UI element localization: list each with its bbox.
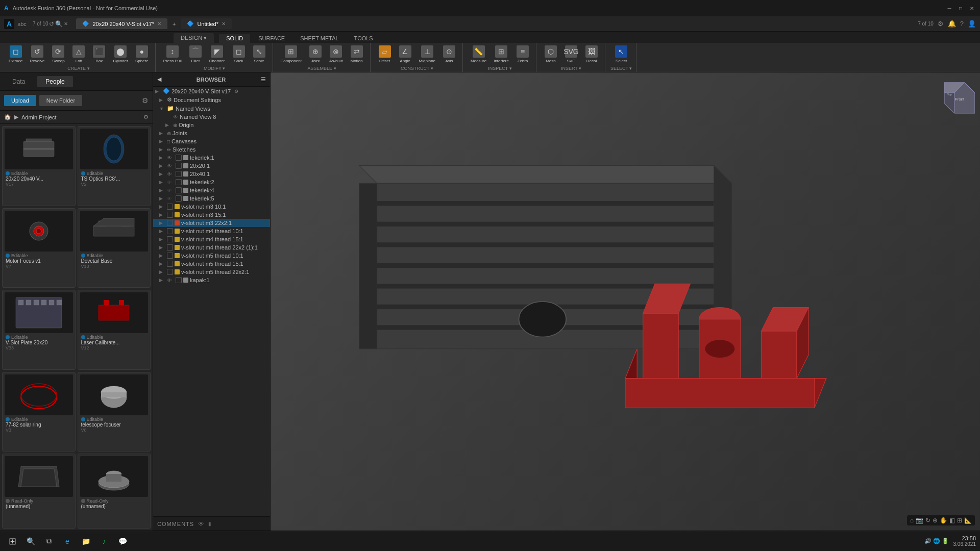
home-icon[interactable]: 🏠 — [4, 114, 11, 120]
box-btn[interactable]: ⬛Box — [90, 44, 108, 65]
visibility-icon[interactable]: 👁 — [167, 196, 174, 202]
component-checkbox[interactable] — [176, 163, 182, 169]
view-home-icon[interactable]: ⌂ — [910, 517, 914, 524]
component-checkbox[interactable] — [167, 269, 173, 275]
tree-vslot-m5-10[interactable]: ▶ v-slot nut m5 thread 10:1 — [153, 252, 270, 260]
decal-btn[interactable]: 🖼Decal — [582, 44, 601, 65]
visibility-icon[interactable]: 👁 — [167, 180, 174, 185]
as-built-joint-btn[interactable]: ⊗As-built — [327, 44, 346, 65]
tree-named-views[interactable]: ▼ 📁 Named Views — [153, 104, 270, 113]
tree-20x20-1[interactable]: ▶ 👁 20x20:1 — [153, 162, 270, 170]
component-checkbox[interactable] — [176, 195, 182, 202]
tree-vslot-m5-15[interactable]: ▶ v-slot nut m5 thread 15:1 — [153, 260, 270, 268]
view-grid-icon[interactable]: ⊞ — [957, 517, 962, 524]
expand-icon[interactable]: ▶ — [159, 163, 165, 168]
tree-joints[interactable]: ▶ ⊗ Joints — [153, 129, 270, 137]
visibility-icon[interactable]: 👁 — [167, 163, 174, 169]
tree-kapak-1[interactable]: ▶ 👁 kapak:1 — [153, 276, 270, 284]
revolve-btn[interactable]: ↺Revolve — [28, 44, 47, 65]
tree-named-view-8[interactable]: 👁 Named View 8 — [153, 113, 270, 121]
measure-btn[interactable]: 📏Measure — [468, 44, 489, 65]
tree-tekerlek-4[interactable]: ▶ 👁 tekerlek:4 — [153, 186, 270, 194]
expand-icon[interactable]: ▶ — [159, 212, 165, 217]
tree-20x40-1[interactable]: ▶ 👁 20x40:1 — [153, 170, 270, 178]
explorer-btn[interactable]: 📁 — [78, 533, 94, 549]
expand-icon[interactable]: ▶ — [159, 155, 165, 160]
tree-origin[interactable]: ▶ ⊕ Origin — [153, 121, 270, 129]
nav-cube[interactable]: Front Top — [934, 78, 975, 118]
tree-vslot-m3-22x2[interactable]: ▶ v-slot nut m3 22x2:1 — [153, 219, 270, 227]
expand-icon[interactable]: ▶ — [159, 269, 165, 274]
select-btn[interactable]: ↖Select — [612, 44, 630, 65]
visibility-icon[interactable]: 👁 — [167, 188, 174, 193]
loft-btn[interactable]: △Loft — [69, 44, 88, 65]
view-camera-icon[interactable]: 📷 — [916, 517, 923, 524]
offset-plane-btn[interactable]: ▱Offset — [376, 44, 394, 65]
tab-close-icon[interactable]: ✕ — [157, 21, 161, 27]
tree-document-settings[interactable]: ▶ ⚙ Document Settings — [153, 95, 270, 104]
panel-settings-icon[interactable]: ⚙ — [142, 96, 149, 105]
refresh-icon[interactable]: ↺ — [49, 20, 54, 28]
component-checkbox[interactable] — [176, 187, 182, 193]
component-checkbox[interactable] — [176, 179, 182, 185]
visibility-icon[interactable]: 👁 — [167, 171, 174, 177]
visibility-icon[interactable]: 👁 — [167, 155, 174, 161]
viewport[interactable]: Front Top ⌂ 📷 ↻ ⊕ ✋ ◧ ⊞ 📐 ⏮ ⏴ ▶ ⏵ ⏭ — [271, 72, 980, 531]
expand-icon[interactable]: ▶ — [165, 122, 172, 128]
component-checkbox[interactable] — [176, 155, 182, 161]
search-taskbar-btn[interactable]: 🔍 — [22, 533, 39, 549]
component-checkbox[interactable] — [167, 236, 173, 242]
component-checkbox[interactable] — [167, 261, 173, 267]
press-pull-btn[interactable]: ↕Press Pull — [161, 44, 184, 65]
maximize-button[interactable]: □ — [957, 4, 965, 12]
view-orbit-icon[interactable]: ↻ — [925, 517, 930, 524]
motion-link-btn[interactable]: ⇄Motion — [348, 44, 366, 65]
start-button[interactable]: ⊞ — [4, 533, 20, 549]
taskview-btn[interactable]: ⧉ — [41, 533, 57, 549]
expand-icon[interactable]: ▶ — [159, 278, 165, 283]
component-checkbox[interactable] — [167, 204, 173, 210]
view-display-icon[interactable]: ◧ — [949, 517, 955, 524]
view-pan-icon[interactable]: ✋ — [940, 517, 947, 524]
people-tab[interactable]: People — [37, 76, 72, 87]
view-measure-icon[interactable]: 📐 — [964, 517, 972, 524]
component-checkbox[interactable] — [176, 277, 182, 283]
settings-icon[interactable]: ⚙ — [938, 20, 944, 28]
untitled-tab-close[interactable]: ✕ — [222, 21, 226, 27]
ribbon-tab-surface[interactable]: SURFACE — [251, 34, 292, 43]
search-icon[interactable]: 🔍 — [55, 20, 63, 28]
expand-icon[interactable]: ▶ — [159, 196, 165, 201]
ribbon-tab-solid[interactable]: SOLID — [219, 34, 250, 43]
close-button[interactable]: ✕ — [968, 4, 976, 12]
component-checkbox[interactable] — [167, 212, 173, 218]
tree-document-root[interactable]: ▶ 🔷 20x20 20x40 V-Slot v17 ⚙ — [153, 87, 270, 95]
component-checkbox[interactable] — [167, 220, 173, 226]
expand-icon[interactable]: ▼ — [159, 106, 165, 111]
comments-collapse-icon[interactable]: ▮ — [208, 521, 211, 527]
tree-vslot-m4-15[interactable]: ▶ v-slot nut m4 thread 15:1 — [153, 235, 270, 243]
component-checkbox[interactable] — [176, 171, 182, 177]
tree-vslot-m4-10[interactable]: ▶ v-slot nut m4 thread 10:1 — [153, 227, 270, 235]
new-component-btn[interactable]: ⊞Component — [278, 44, 304, 65]
insert-svg-btn[interactable]: SVGSVG — [562, 44, 580, 65]
zebra-btn[interactable]: ≡Zebra — [513, 44, 532, 65]
doc-options[interactable]: ⚙ — [234, 89, 238, 94]
visibility-icon[interactable]: 👁 — [167, 278, 174, 283]
shell-btn[interactable]: ◻Shell — [230, 44, 248, 65]
file-card[interactable]: Read-Only (unnamed) — [2, 454, 76, 529]
tree-vslot-m3-15[interactable]: ▶ v-slot nut m3 15:1 — [153, 211, 270, 219]
midplane-btn[interactable]: ⊥Midplane — [416, 44, 438, 65]
expand-icon[interactable]: ▶ — [159, 229, 165, 234]
scale-btn[interactable]: ⤡Scale — [250, 44, 268, 65]
file-card[interactable]: Editable Motor Focus v1 V7 — [2, 208, 76, 288]
extrude-btn[interactable]: ◻Extrude — [6, 44, 26, 65]
new-tab-btn[interactable]: + — [168, 19, 180, 29]
ribbon-tab-tools[interactable]: TOOLS — [347, 34, 380, 43]
close-search-icon[interactable]: ✕ — [64, 21, 68, 27]
interference-btn[interactable]: ⊞Interfere — [491, 44, 511, 65]
untitled-tab[interactable]: 🔷 Untitled* ✕ — [181, 18, 232, 29]
design-btn[interactable]: DESIGN ▾ — [174, 33, 214, 43]
upload-button[interactable]: Upload — [4, 95, 36, 106]
data-tab[interactable]: Data — [4, 76, 33, 87]
comments-eye-icon[interactable]: 👁 — [198, 520, 204, 528]
